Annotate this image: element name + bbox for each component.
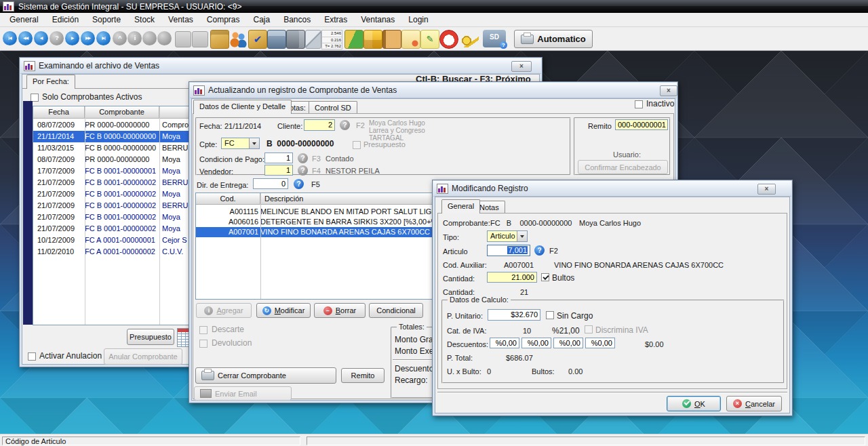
nav-help-button[interactable]: ? — [50, 31, 64, 45]
cash-register-icon[interactable] — [267, 30, 286, 49]
ptotal-value: $686.07 — [506, 354, 533, 363]
activar-anulacion-checkbox[interactable] — [28, 352, 36, 361]
condicion-help-icon[interactable]: ? — [298, 153, 308, 163]
menu-ventanas[interactable]: Ventanas — [354, 14, 401, 26]
condicional-button[interactable]: Condicional — [369, 303, 423, 318]
cerrar-comprobante-button[interactable]: Cerrar Comprobante — [195, 367, 336, 384]
chevron-down-icon[interactable] — [517, 231, 527, 241]
email-icon — [200, 389, 212, 398]
tool-blank2-button[interactable] — [157, 31, 172, 45]
tab-por-fecha[interactable]: Por Fecha: — [26, 75, 75, 89]
cantidad-input[interactable]: 21.000 — [487, 272, 537, 283]
cpte-combo[interactable]: FC — [221, 138, 260, 149]
tool-up-button[interactable]: ^ — [113, 31, 127, 45]
customers-icon[interactable] — [229, 30, 247, 47]
borrar-button[interactable]: – Borrar — [314, 303, 366, 318]
confirmar-encabezado-button[interactable]: Confirmar Encabezado — [578, 160, 668, 174]
stock-check-icon[interactable]: ✔ — [248, 30, 267, 49]
tipo-combo[interactable]: Articulo — [487, 230, 528, 242]
ok-button[interactable]: OK — [667, 396, 721, 411]
cancelar-button[interactable]: × Cancelar — [726, 396, 782, 411]
menu-login[interactable]: Login — [401, 14, 435, 26]
remito-button[interactable]: Remito — [341, 368, 384, 383]
modificar-button[interactable]: ↻ Modificar — [256, 303, 311, 318]
menu-soporte[interactable]: Soporte — [85, 14, 127, 26]
selector-bar[interactable] — [23, 101, 33, 325]
bultos-value: 0.00 — [568, 367, 583, 376]
descuento-input-2[interactable]: %0,00 — [521, 338, 551, 348]
condicion-fkey: F3 — [312, 155, 321, 163]
col-cod[interactable]: Cod. — [196, 193, 260, 205]
descarte-checkbox[interactable] — [199, 326, 208, 334]
browse-titlebar[interactable]: Examinando el archivo de Ventas — [20, 58, 541, 74]
tool-blank1-button[interactable] — [142, 31, 157, 45]
truck-icon[interactable] — [286, 30, 305, 49]
tool-square2-button[interactable] — [192, 31, 208, 47]
tab-control-sd[interactable]: Control SD — [309, 101, 357, 114]
automatico-button[interactable]: Automatico — [514, 30, 593, 48]
descuento-input-3[interactable]: %0,00 — [553, 338, 583, 348]
cliente-input[interactable]: 2 — [304, 119, 335, 131]
package-icon[interactable] — [210, 30, 229, 49]
gold-cubes-icon[interactable] — [363, 30, 382, 49]
devolucion-checkbox[interactable] — [199, 340, 208, 348]
certificate-icon[interactable] — [401, 30, 420, 49]
entrega-input[interactable]: 0 — [253, 178, 288, 189]
col-comprobante[interactable]: Comprobante — [85, 106, 159, 119]
nav-last-button[interactable]: ▶| — [96, 31, 111, 45]
printer-icon — [521, 35, 534, 44]
descuento-input-1[interactable]: %0,00 — [490, 338, 519, 348]
key-icon[interactable] — [461, 30, 479, 47]
bultos-checkbox[interactable] — [541, 273, 549, 281]
menu-bancos[interactable]: Bancos — [277, 14, 317, 26]
menu-stock[interactable]: Stock — [127, 14, 161, 26]
col-fecha[interactable]: Fecha — [33, 106, 85, 119]
articulo-help-icon[interactable]: ? — [534, 245, 545, 256]
articulo-input[interactable]: 7,001 — [487, 245, 530, 256]
entrega-help-icon[interactable]: ? — [294, 179, 304, 189]
contacts-book-icon[interactable] — [382, 30, 401, 49]
notes-icon[interactable]: ✎ — [420, 30, 439, 49]
modify-close-icon[interactable]: × — [757, 184, 776, 195]
sd-help-icon[interactable]: SD ? — [483, 30, 506, 47]
menu-general[interactable]: General — [3, 14, 45, 26]
nav-first-button[interactable]: |◀ — [3, 31, 17, 45]
enviar-email-button[interactable]: Enviar Email — [194, 386, 292, 401]
vendedor-input[interactable]: 1 — [264, 165, 293, 176]
nav-fast-next-button[interactable]: ▶▶ — [81, 31, 95, 45]
inactivo-checkbox[interactable] — [635, 100, 643, 108]
chevron-down-icon[interactable] — [249, 138, 259, 148]
remito-input[interactable]: 000-00000001 — [615, 119, 668, 130]
discrimina-iva-checkbox[interactable] — [585, 325, 593, 333]
menu-compras[interactable]: Compras — [200, 14, 247, 26]
nav-next-button[interactable]: ▶ — [65, 31, 79, 45]
measure-icon[interactable] — [305, 30, 321, 49]
browse-close-icon[interactable]: × — [511, 61, 532, 72]
nav-prev-button[interactable]: ◀ — [34, 31, 48, 45]
modify-titlebar[interactable]: Modificando Registro — [433, 181, 791, 197]
punitario-input[interactable]: $32.670 — [488, 309, 540, 321]
tool-info-button[interactable]: i — [127, 31, 142, 45]
anular-comprobante-button[interactable]: Anular Comprobante — [104, 348, 182, 365]
cliente-help-icon[interactable]: ? — [340, 120, 350, 130]
descuento-input-4[interactable]: %0,00 — [585, 338, 615, 348]
tab-general[interactable]: General — [441, 199, 480, 214]
agregar-button[interactable]: i Agregar — [196, 303, 252, 318]
sin-cargo-checkbox[interactable] — [546, 311, 554, 319]
tool-square1-button[interactable] — [175, 31, 191, 47]
solo-activos-label: Solo Comprobantes Activos — [42, 93, 142, 102]
presupuesto-checkbox[interactable] — [353, 141, 361, 149]
nav-fast-prev-button[interactable]: ◀◀ — [18, 31, 33, 45]
presupuesto-button[interactable]: Presupuesto — [127, 329, 174, 345]
tab-datos-cliente[interactable]: Datos de Cliente y Detalle — [193, 100, 292, 114]
menu-ventas[interactable]: Ventas — [161, 14, 200, 26]
menu-extras[interactable]: Extras — [317, 14, 354, 26]
money-icon[interactable] — [344, 30, 363, 49]
condicion-input[interactable]: 1 — [264, 153, 293, 163]
alarm-clock-icon[interactable] — [439, 30, 458, 49]
menu-caja[interactable]: Caja — [247, 14, 277, 26]
update-close-icon[interactable]: × — [660, 85, 677, 96]
update-titlebar[interactable]: Actualizando un registro de Comprobante … — [190, 83, 677, 98]
menu-edicion[interactable]: Edición — [45, 14, 85, 26]
vendedor-help-icon[interactable]: ? — [298, 165, 308, 176]
